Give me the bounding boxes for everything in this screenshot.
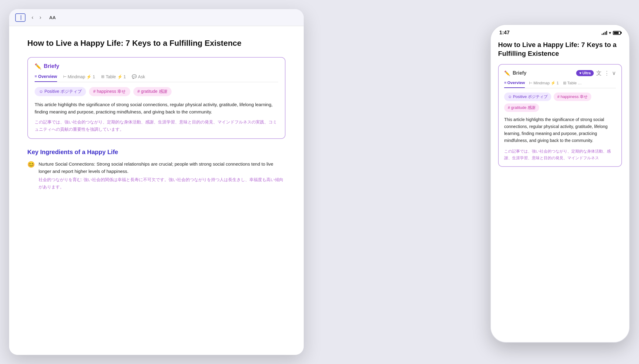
briefy-header: ✏️ Briefy [35, 63, 278, 70]
sidebar-toggle-icon[interactable] [15, 13, 26, 22]
list-text-en: Nurture Social Connections: Strong socia… [39, 160, 285, 175]
tab-table-label: Table [106, 74, 116, 79]
signal-icon [602, 31, 607, 35]
mobile-summary-en: This article highlights the significance… [504, 116, 616, 144]
tab-ask-label: Ask [138, 74, 145, 79]
more-icon[interactable]: ⋮ [604, 70, 610, 76]
mobile-tag-positive[interactable]: ☺ Positive ポジティブ [504, 93, 551, 101]
tab-table[interactable]: ⊞ Table ⚡ 1 [101, 74, 126, 82]
signal-bar-4 [606, 31, 607, 35]
list-item: 😊 Nurture Social Connections: Strong soc… [27, 160, 285, 191]
briefy-logo-icon: ✏️ [35, 63, 41, 70]
ask-icon: 💬 [132, 74, 137, 79]
mindmap-badge: ⚡ 1 [86, 74, 95, 79]
tablet-top-bar: ‹ › AA [9, 9, 304, 26]
tag-happiness[interactable]: # happiness 幸せ [89, 87, 130, 96]
collapse-icon[interactable]: ∨ [612, 70, 616, 76]
back-button[interactable]: ‹ [30, 14, 35, 21]
mobile-tags-row: ☺ Positive ポジティブ # happiness 幸せ # gratit… [504, 93, 616, 112]
mobile-briefy-header: ✏️ Briefy ♥ Ultra 文 ⋮ ∨ [504, 69, 616, 77]
mobile-table-icon: ⊞ [563, 81, 566, 85]
list-text-block: Nurture Social Connections: Strong socia… [39, 160, 285, 191]
mobile-table-label: Table … [567, 81, 582, 85]
forward-button[interactable]: › [38, 14, 43, 21]
signal-bar-1 [602, 34, 603, 35]
battery-icon [613, 31, 621, 35]
mobile-briefy-logo: ✏️ [504, 70, 510, 76]
tag-gratitude[interactable]: # gratitude 感謝 [133, 87, 172, 96]
mobile-briefy-right: ♥ Ultra 文 ⋮ ∨ [576, 69, 616, 77]
mobile-tab-table[interactable]: ⊞ Table … [563, 80, 582, 88]
briefy-card: ✏️ Briefy ≡ Overview ⊢ Mindmap ⚡ 1 ⊞ Tab… [27, 57, 285, 139]
tab-mindmap[interactable]: ⊢ Mindmap ⚡ 1 [63, 74, 95, 82]
mobile-overview-icon: ≡ [504, 80, 507, 85]
tab-overview-label: Overview [38, 74, 57, 79]
overview-icon: ≡ [35, 74, 37, 79]
summary-text-ja: この記事では、強い社会的つながり、定期的な身体活動、感謝、生涯学習、意味と目的の… [35, 119, 278, 133]
mobile-mindmap-icon: ⊢ [529, 81, 532, 85]
mobile-tabs: ≡ Overview ⊢ Mindmap ⚡ 1 ⊞ Table … [504, 80, 616, 88]
mobile-briefy-card: ✏️ Briefy ♥ Ultra 文 ⋮ ∨ ≡ Overview ⊢ Min… [498, 64, 622, 167]
translate-icon[interactable]: 文 [596, 69, 602, 77]
text-size-label[interactable]: AA [49, 15, 56, 20]
mobile-tab-mindmap[interactable]: ⊢ Mindmap ⚡ 1 [529, 80, 559, 88]
mobile-tag-happiness[interactable]: # happiness 幸せ [554, 93, 591, 101]
mindmap-icon: ⊢ [63, 74, 67, 79]
tags-row: ☺ Positive ポジティブ # happiness 幸せ # gratit… [35, 87, 278, 96]
list-emoji: 😊 [27, 161, 35, 191]
tab-ask[interactable]: 💬 Ask [132, 74, 145, 82]
mobile-tag-gratitude[interactable]: # gratitude 感謝 [504, 103, 539, 112]
ultra-badge[interactable]: ♥ Ultra [576, 70, 594, 76]
battery-fill [614, 32, 619, 34]
article-title: How to Live a Happy Life: 7 Keys to a Fu… [27, 38, 285, 49]
briefy-tabs: ≡ Overview ⊢ Mindmap ⚡ 1 ⊞ Table ⚡ 1 💬 A… [35, 74, 278, 82]
list-text-ja: 社会的つながりを育む: 強い社会的関係は幸福と長寿に不可欠です。強い社会的つなが… [39, 176, 285, 191]
table-icon: ⊞ [101, 74, 104, 79]
mobile-device: 1:47 ▾ How to Live a Happy Life: 7 Keys … [490, 24, 630, 343]
wifi-icon: ▾ [609, 30, 611, 35]
table-badge: ⚡ 1 [117, 74, 126, 79]
mobile-mindmap-badge: ⚡ 1 [551, 81, 559, 85]
tablet-content: How to Live a Happy Life: 7 Keys to a Fu… [9, 26, 304, 355]
tab-overview[interactable]: ≡ Overview [35, 74, 57, 82]
mobile-content: How to Live a Happy Life: 7 Keys to a Fu… [491, 38, 629, 340]
briefy-title: Briefy [44, 63, 59, 69]
mobile-time: 1:47 [499, 30, 510, 36]
tab-mindmap-label: Mindmap [68, 74, 85, 79]
tablet-device: ‹ › AA How to Live a Happy Life: 7 Keys … [9, 9, 304, 355]
section-heading: Key Ingredients of a Happy Life [27, 149, 285, 156]
mobile-briefy-left: ✏️ Briefy [504, 70, 526, 76]
mobile-mindmap-label: Mindmap [533, 81, 549, 85]
mobile-overview-label: Overview [507, 80, 525, 85]
tablet-nav-buttons: ‹ › [30, 14, 43, 21]
mobile-status-icons: ▾ [602, 30, 621, 35]
mobile-tab-overview[interactable]: ≡ Overview [504, 80, 525, 88]
summary-text-en: This article highlights the significance… [35, 101, 278, 116]
tag-positive[interactable]: ☺ Positive ポジティブ [35, 87, 86, 96]
signal-bar-2 [603, 33, 604, 35]
signal-bar-3 [605, 32, 606, 35]
mobile-summary-ja: この記事では、強い社会的つながり、定期的な身体活動、感謝、生涯学習、意味と目的の… [504, 148, 616, 161]
mobile-article-title: How to Live a Happy Life: 7 Keys to a Fu… [498, 41, 622, 58]
mobile-briefy-title: Briefy [513, 70, 526, 76]
mobile-status-bar: 1:47 ▾ [491, 25, 629, 38]
